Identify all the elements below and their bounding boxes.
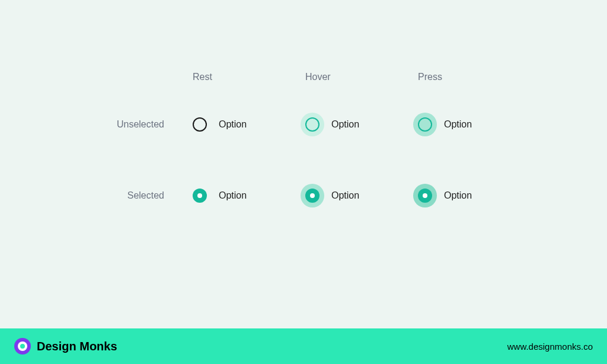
brand-logo-icon <box>14 338 31 355</box>
radio-filled-icon <box>418 189 432 203</box>
radio-unselected-rest[interactable]: Option <box>188 113 301 136</box>
radio-circle-icon <box>305 117 320 132</box>
radio-halo <box>188 184 212 207</box>
radio-filled-icon <box>305 189 320 203</box>
brand: Design Monks <box>14 338 117 355</box>
radio-label: Option <box>444 119 472 130</box>
radio-label: Option <box>331 190 359 201</box>
radio-unselected-press[interactable]: Option <box>413 113 526 136</box>
radio-unselected-hover[interactable]: Option <box>301 113 413 136</box>
radio-halo <box>301 184 324 207</box>
row-header-selected: Selected <box>81 190 188 201</box>
radio-halo <box>413 113 437 136</box>
column-header-rest: Rest <box>188 72 301 82</box>
radio-states-spec: Rest Hover Press Unselected Option Optio… <box>0 0 607 231</box>
radio-selected-hover[interactable]: Option <box>301 184 413 207</box>
row-header-unselected: Unselected <box>81 119 188 130</box>
radio-selected-rest[interactable]: Option <box>188 184 301 207</box>
radio-label: Option <box>444 190 472 201</box>
radio-dot-icon <box>197 193 202 198</box>
column-header-hover: Hover <box>301 72 413 82</box>
brand-name: Design Monks <box>37 340 117 353</box>
radio-label: Option <box>219 190 247 201</box>
radio-dot-icon <box>423 193 427 198</box>
radio-label: Option <box>219 119 247 130</box>
radio-filled-icon <box>193 189 207 203</box>
radio-circle-icon <box>193 117 207 132</box>
column-header-press: Press <box>413 72 526 82</box>
radio-halo <box>188 113 212 136</box>
radio-halo <box>301 113 324 136</box>
footer-bar: Design Monks www.designmonks.co <box>0 328 607 364</box>
radio-dot-icon <box>310 193 315 198</box>
radio-circle-icon <box>418 117 432 132</box>
states-grid: Rest Hover Press Unselected Option Optio… <box>81 65 526 231</box>
radio-halo <box>413 184 437 207</box>
radio-selected-press[interactable]: Option <box>413 184 526 207</box>
radio-label: Option <box>331 119 359 130</box>
brand-url: www.designmonks.co <box>507 341 593 352</box>
